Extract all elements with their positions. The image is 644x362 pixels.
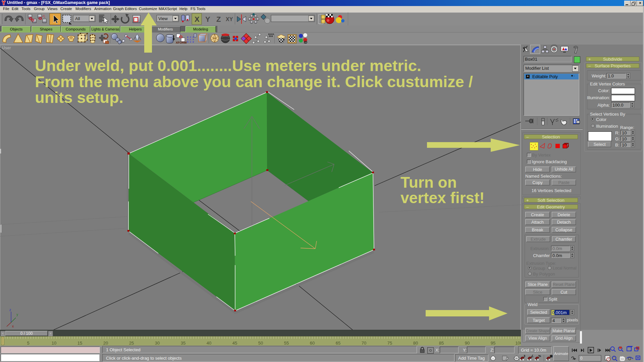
svg-text:10: 10 (52, 341, 56, 346)
svg-text:65: 65 (336, 341, 340, 346)
svg-text:95: 95 (491, 341, 495, 346)
svg-text:30: 30 (155, 341, 160, 346)
svg-text:3: 3 (524, 354, 525, 358)
svg-text:75: 75 (387, 341, 392, 346)
svg-text:90: 90 (465, 341, 470, 346)
svg-text:45: 45 (232, 341, 237, 346)
svg-text:85: 85 (439, 341, 444, 346)
svg-text:∠: ∠ (531, 354, 534, 358)
svg-text:%: % (538, 354, 541, 358)
svg-text:40: 40 (207, 341, 211, 346)
svg-text:15: 15 (77, 341, 82, 346)
svg-text:5: 5 (27, 341, 29, 346)
svg-text:20: 20 (103, 341, 108, 346)
svg-text:50: 50 (258, 341, 263, 346)
svg-text:25: 25 (129, 341, 134, 346)
svg-text:60: 60 (310, 341, 315, 346)
svg-text:70: 70 (362, 341, 366, 346)
svg-text:80: 80 (413, 341, 418, 346)
svg-text:0: 0 (580, 356, 583, 361)
svg-text:55: 55 (284, 341, 289, 346)
svg-text:100: 100 (515, 341, 521, 346)
svg-text:▤: ▤ (550, 354, 553, 358)
svg-text:35: 35 (181, 341, 185, 346)
